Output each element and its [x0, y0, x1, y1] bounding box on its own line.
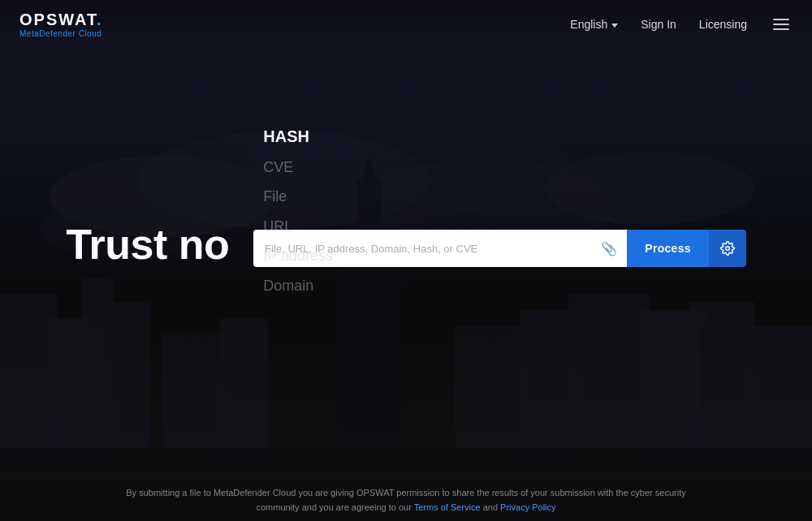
footer-disclaimer: By submitting a file to MetaDefender Clo… [126, 488, 685, 512]
suggestion-domain: Domain [253, 271, 339, 300]
hamburger-line-1 [773, 19, 789, 20]
privacy-link[interactable]: Privacy Policy [500, 502, 555, 512]
svg-point-26 [726, 247, 730, 251]
attach-icon[interactable]: 📎 [601, 241, 617, 256]
suggestion-ip: IP address [253, 241, 339, 270]
footer: By submitting a file to MetaDefender Clo… [0, 480, 812, 521]
hamburger-line-2 [773, 24, 789, 25]
logo-dot: . [97, 11, 103, 28]
center-block: Trust no HASH CVE File URL IP address Do… [66, 220, 746, 277]
suggestion-url: URL [253, 212, 339, 241]
licensing-link[interactable]: Licensing [699, 18, 747, 31]
tos-link[interactable]: Terms of Service [414, 502, 481, 512]
gear-icon [720, 241, 735, 256]
navbar: OPSWAT. MetaDefender Cloud English Sign … [0, 0, 812, 49]
suggestion-hash: HASH [253, 120, 339, 153]
suggestion-cve: CVE [253, 153, 339, 182]
logo-text: OPSWAT. [19, 11, 103, 28]
language-selector[interactable]: English [570, 18, 618, 31]
search-wrapper: HASH CVE File URL IP address Domain 📎 Pr… [253, 230, 746, 267]
suggestion-file: File [253, 182, 339, 211]
trust-no-heading: Trust no [66, 220, 229, 269]
logo-area[interactable]: OPSWAT. MetaDefender Cloud [19, 11, 103, 38]
nav-links: English Sign In Licensing [570, 15, 793, 33]
footer-and: and [481, 502, 500, 512]
hamburger-menu[interactable] [770, 15, 793, 33]
main-content: Trust no HASH CVE File URL IP address Do… [0, 0, 812, 480]
footer-text: By submitting a file to MetaDefender Clo… [122, 486, 690, 515]
settings-button[interactable] [709, 230, 746, 267]
chevron-down-icon [611, 24, 618, 28]
hamburger-line-3 [773, 28, 789, 30]
language-label: English [570, 18, 607, 31]
suggestion-list: HASH CVE File URL IP address Domain [253, 120, 339, 300]
logo-subtitle: MetaDefender Cloud [19, 29, 103, 38]
signin-link[interactable]: Sign In [641, 18, 676, 31]
process-button[interactable]: Process [627, 230, 709, 267]
